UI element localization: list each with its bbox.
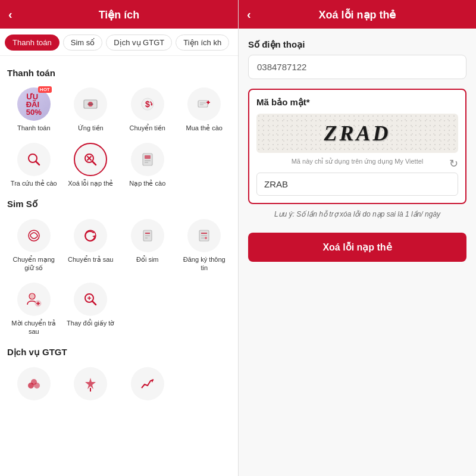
icon-chuyentra bbox=[74, 219, 107, 252]
item-tracuu[interactable]: Tra cứu thẻ cào bbox=[7, 139, 61, 191]
label-chuyenmang: Chuyển mạng giữ số bbox=[8, 255, 60, 273]
label-chuyentien: Chuyển tiền bbox=[130, 124, 165, 132]
svg-text:$: $ bbox=[145, 99, 150, 109]
gtgt1-svg bbox=[25, 375, 43, 393]
item-gtgt1[interactable] bbox=[7, 364, 61, 404]
chuyentra-svg bbox=[82, 227, 99, 245]
simso-grid: Chuyển mạng giữ số Chuyển trả sau bbox=[7, 215, 231, 340]
label-napthe: Nạp thẻ cào bbox=[129, 179, 165, 187]
item-doisim[interactable]: Đổi sim bbox=[121, 215, 174, 276]
label-xoaloi: Xoá lỗi nạp thẻ bbox=[68, 179, 113, 187]
icon-ungtion bbox=[74, 87, 107, 121]
note-text: Lưu ý: Số lần hỗ trợ xóa lỗi do nạp sai … bbox=[248, 210, 466, 218]
item-napthe[interactable]: Nạp thẻ cào bbox=[121, 139, 174, 191]
tab-tienich[interactable]: Tiện ích kh bbox=[176, 35, 229, 51]
icon-gtgt2 bbox=[74, 367, 107, 400]
captcha-input[interactable] bbox=[256, 173, 458, 196]
icon-chuyenmang bbox=[17, 219, 51, 252]
svg-rect-18 bbox=[145, 155, 151, 159]
captcha-image-text: ZRAD bbox=[324, 121, 390, 145]
svg-point-45 bbox=[31, 379, 37, 385]
item-thaydoi[interactable]: Thay đổi giấy tờ bbox=[64, 279, 118, 340]
captcha-controls: Mã này chỉ sử dụng trên ứng dụng My Viet… bbox=[256, 158, 458, 170]
icon-muathe bbox=[187, 87, 221, 121]
icon-tracuu bbox=[17, 143, 51, 176]
icon-doisim bbox=[131, 219, 164, 252]
icon-thaydoi bbox=[74, 283, 107, 316]
moichuyentra-svg bbox=[25, 290, 43, 308]
chuyentien-svg: $ bbox=[139, 95, 156, 113]
section-title-simso: Sim Số bbox=[7, 199, 231, 209]
badge-hot-icon: HOT bbox=[38, 86, 52, 93]
item-thanhtoan[interactable]: HOT ƯUĐÃI50% Thanh toán bbox=[7, 84, 61, 136]
label-tracuu: Tra cứu thẻ cào bbox=[11, 179, 57, 187]
left-panel: ‹ Tiện ích Thanh toán Sim số Dịch vụ GTG… bbox=[0, 0, 238, 476]
icon-moichuyentra bbox=[17, 283, 51, 316]
icon-dangky bbox=[187, 219, 221, 252]
submit-button[interactable]: Xoá lỗi nạp thẻ bbox=[248, 233, 466, 262]
section-title-gtgt: Dịch vụ GTGT bbox=[7, 347, 231, 358]
badge-50-icon: ƯUĐÃI50% bbox=[26, 93, 42, 116]
tab-dichvu[interactable]: Dịch vụ GTGT bbox=[106, 35, 172, 51]
item-moichuyentra[interactable]: Mời chuyển trả sau bbox=[7, 279, 61, 340]
gtgt-grid bbox=[7, 364, 231, 404]
item-chuyentien[interactable]: $ Chuyển tiền bbox=[121, 84, 174, 136]
svg-rect-6 bbox=[198, 101, 208, 107]
icon-thanhtoan: HOT ƯUĐÃI50% bbox=[17, 87, 51, 121]
item-gtgt2[interactable] bbox=[64, 364, 118, 404]
icon-gtgt1 bbox=[17, 367, 51, 400]
label-thaydoi: Thay đổi giấy tờ bbox=[67, 319, 114, 327]
label-thanhtoan: Thanh toán bbox=[17, 124, 51, 132]
tabs-row: Thanh toán Sim số Dịch vụ GTGT Tiện ích … bbox=[0, 29, 238, 56]
label-ungtion: Ứng tiền bbox=[78, 124, 104, 132]
captcha-refresh-button[interactable]: ↻ bbox=[449, 158, 458, 170]
left-back-button[interactable]: ‹ bbox=[8, 8, 12, 21]
item-ungtion[interactable]: Ứng tiền bbox=[64, 84, 118, 136]
icon-xoaloi bbox=[74, 143, 107, 176]
svg-line-40 bbox=[92, 301, 96, 305]
napthe-svg bbox=[139, 151, 156, 168]
label-muathe: Mua thẻ cào bbox=[186, 124, 223, 132]
captcha-image-wrapper: ZRAD bbox=[256, 114, 458, 153]
left-scroll-area: Thanh toán HOT ƯUĐÃI50% Thanh toán bbox=[0, 56, 238, 476]
right-content: Số điện thoại Mã bảo mật* ZRAD Mã này ch… bbox=[239, 29, 476, 476]
left-header: ‹ Tiện ích bbox=[0, 0, 238, 29]
muathe-svg bbox=[195, 95, 213, 113]
item-dangky[interactable]: Đăng ký thông tin bbox=[178, 215, 231, 276]
item-gtgt3[interactable] bbox=[121, 364, 174, 404]
ungtion-svg bbox=[82, 95, 99, 113]
phone-input[interactable] bbox=[248, 55, 466, 79]
label-chuyentra: Chuyển trả sau bbox=[68, 255, 113, 264]
right-back-button[interactable]: ‹ bbox=[247, 8, 251, 21]
label-dangky: Đăng ký thông tin bbox=[179, 255, 230, 273]
tab-simso[interactable]: Sim số bbox=[63, 35, 103, 51]
label-moichuyentra: Mời chuyển trả sau bbox=[8, 319, 60, 336]
right-panel: ‹ Xoá lỗi nạp thẻ Số điện thoại Mã bảo m… bbox=[238, 0, 476, 476]
label-doisim: Đổi sim bbox=[136, 255, 159, 264]
chuyenmang-svg bbox=[25, 227, 43, 245]
phone-label: Số điện thoại bbox=[248, 39, 466, 50]
icon-napthe bbox=[131, 143, 164, 176]
icon-gtgt3 bbox=[131, 367, 164, 400]
captcha-hint-text: Mã này chỉ sử dụng trên ứng dụng My Viet… bbox=[256, 158, 458, 165]
item-chuyentra[interactable]: Chuyển trả sau bbox=[64, 215, 118, 276]
svg-point-35 bbox=[29, 293, 35, 299]
item-chuyenmang[interactable]: Chuyển mạng giữ số bbox=[7, 215, 61, 276]
thaydoi-svg bbox=[82, 290, 99, 308]
section-title-thanhtoan: Thanh toán bbox=[7, 68, 231, 78]
left-title: Tiện ích bbox=[99, 9, 140, 21]
item-muathe[interactable]: Mua thẻ cào bbox=[178, 84, 231, 136]
captcha-section: Mã bảo mật* ZRAD Mã này chỉ sử dụng trên… bbox=[248, 89, 466, 204]
gtgt3-svg bbox=[139, 375, 156, 393]
dangky-svg bbox=[195, 227, 213, 245]
tab-thanhtoan[interactable]: Thanh toán bbox=[5, 35, 60, 51]
svg-marker-46 bbox=[85, 378, 96, 389]
captcha-label: Mã bảo mật* bbox=[256, 97, 458, 108]
gtgt2-svg bbox=[82, 375, 99, 393]
svg-line-14 bbox=[92, 161, 96, 165]
item-xoaloi[interactable]: Xoá lỗi nạp thẻ bbox=[64, 139, 118, 191]
tracuu-svg bbox=[25, 151, 43, 168]
xoaloi-svg bbox=[82, 151, 99, 168]
right-header: ‹ Xoá lỗi nạp thẻ bbox=[239, 0, 476, 29]
icon-chuyentien: $ bbox=[131, 87, 164, 121]
